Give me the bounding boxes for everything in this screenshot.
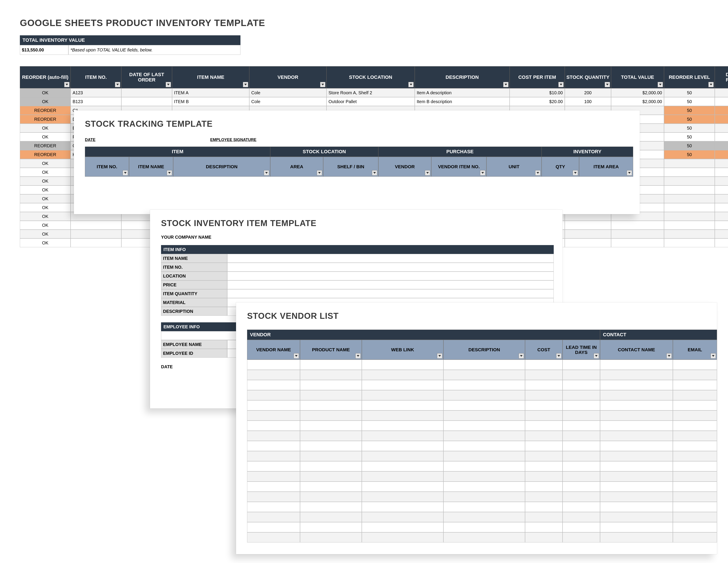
filter-icon[interactable] bbox=[519, 353, 524, 359]
table-cell[interactable] bbox=[525, 451, 563, 461]
table-cell[interactable] bbox=[300, 532, 362, 542]
table-cell[interactable] bbox=[600, 431, 673, 441]
table-cell[interactable] bbox=[300, 421, 362, 431]
table-cell[interactable]: ITEM B bbox=[172, 97, 249, 106]
table-cell[interactable] bbox=[565, 238, 611, 247]
main-col-header[interactable]: DESCRIPTION bbox=[415, 66, 510, 88]
filter-icon[interactable] bbox=[711, 353, 716, 359]
vendor-col-header[interactable]: DESCRIPTION bbox=[443, 340, 525, 360]
table-cell[interactable] bbox=[443, 532, 525, 542]
filter-icon[interactable] bbox=[425, 170, 430, 175]
table-cell[interactable] bbox=[563, 512, 600, 522]
table-cell[interactable]: $2,000.00 bbox=[611, 88, 664, 97]
table-cell[interactable]: 200 bbox=[565, 88, 611, 97]
table-cell[interactable] bbox=[673, 532, 717, 542]
table-cell[interactable] bbox=[664, 212, 715, 221]
table-cell[interactable]: OK bbox=[20, 238, 71, 247]
table-cell[interactable] bbox=[600, 451, 673, 461]
table-cell[interactable] bbox=[121, 97, 172, 106]
table-cell[interactable] bbox=[715, 168, 728, 177]
table-cell[interactable]: Store Room A, Shelf 2 bbox=[326, 88, 415, 97]
table-cell[interactable] bbox=[300, 471, 362, 482]
table-cell[interactable] bbox=[443, 451, 525, 461]
table-cell[interactable] bbox=[600, 390, 673, 400]
table-cell[interactable] bbox=[362, 502, 443, 512]
table-cell[interactable]: Item A description bbox=[415, 88, 510, 97]
table-cell[interactable] bbox=[121, 88, 172, 97]
filter-icon[interactable] bbox=[64, 82, 69, 87]
table-cell[interactable]: REORDER bbox=[20, 106, 71, 115]
table-cell[interactable] bbox=[300, 522, 362, 532]
main-col-header[interactable]: REORDER (auto-fill) bbox=[20, 66, 71, 88]
main-col-header[interactable]: STOCK LOCATION bbox=[326, 66, 415, 88]
table-cell[interactable] bbox=[247, 441, 300, 451]
table-cell[interactable] bbox=[715, 194, 728, 203]
table-cell[interactable]: 30 bbox=[715, 97, 728, 106]
table-cell[interactable] bbox=[715, 177, 728, 185]
table-cell[interactable]: $10.00 bbox=[510, 88, 565, 97]
tracking-col-header[interactable]: ITEM NAME bbox=[129, 157, 173, 177]
table-cell[interactable]: OK bbox=[20, 194, 71, 203]
filter-icon[interactable] bbox=[437, 353, 442, 359]
table-cell[interactable] bbox=[664, 159, 715, 168]
table-cell[interactable] bbox=[247, 532, 300, 542]
filter-icon[interactable] bbox=[317, 170, 322, 175]
table-cell[interactable] bbox=[362, 400, 443, 411]
table-cell[interactable] bbox=[611, 238, 664, 247]
main-col-header[interactable]: DATE OF LAST ORDER bbox=[121, 66, 172, 88]
table-cell[interactable]: REORDER bbox=[20, 150, 71, 159]
table-cell[interactable] bbox=[525, 502, 563, 512]
table-cell[interactable] bbox=[247, 522, 300, 532]
table-cell[interactable]: B123 bbox=[71, 97, 121, 106]
table-cell[interactable] bbox=[300, 482, 362, 492]
table-cell[interactable] bbox=[443, 492, 525, 502]
table-cell[interactable] bbox=[673, 502, 717, 512]
tracking-col-header[interactable]: AREA bbox=[270, 157, 323, 177]
table-cell[interactable] bbox=[715, 238, 728, 247]
table-cell[interactable] bbox=[600, 512, 673, 522]
table-cell[interactable] bbox=[600, 421, 673, 431]
tracking-col-header[interactable]: ITEM AREA bbox=[579, 157, 633, 177]
table-cell[interactable] bbox=[673, 360, 717, 370]
filter-icon[interactable] bbox=[708, 82, 714, 87]
table-cell[interactable] bbox=[664, 194, 715, 203]
filter-icon[interactable] bbox=[115, 82, 120, 87]
table-cell[interactable]: REORDER bbox=[20, 141, 71, 150]
filter-icon[interactable] bbox=[264, 170, 269, 175]
table-cell[interactable]: Cole bbox=[249, 97, 326, 106]
table-cell[interactable] bbox=[600, 411, 673, 421]
table-cell[interactable] bbox=[443, 390, 525, 400]
table-cell[interactable] bbox=[525, 360, 563, 370]
table-cell[interactable] bbox=[673, 411, 717, 421]
table-cell[interactable]: 100 bbox=[565, 97, 611, 106]
table-cell[interactable] bbox=[300, 492, 362, 502]
table-cell[interactable] bbox=[673, 421, 717, 431]
table-cell[interactable] bbox=[525, 370, 563, 380]
vendor-col-header[interactable]: WEB LINK bbox=[362, 340, 443, 360]
tracking-col-header[interactable]: VENDOR bbox=[378, 157, 431, 177]
table-cell[interactable]: OK bbox=[20, 212, 71, 221]
table-cell[interactable]: $2,000.00 bbox=[611, 97, 664, 106]
table-cell[interactable] bbox=[443, 502, 525, 512]
table-cell[interactable] bbox=[300, 370, 362, 380]
table-cell[interactable]: REORDER bbox=[20, 115, 71, 124]
table-cell[interactable]: 2 bbox=[715, 132, 728, 141]
table-cell[interactable] bbox=[525, 461, 563, 471]
table-cell[interactable] bbox=[673, 522, 717, 532]
table-cell[interactable] bbox=[362, 421, 443, 431]
table-cell[interactable] bbox=[443, 482, 525, 492]
table-cell[interactable] bbox=[673, 482, 717, 492]
main-col-header[interactable]: DAYS PER REORDER bbox=[715, 66, 728, 88]
table-cell[interactable] bbox=[247, 492, 300, 502]
table-cell[interactable]: Item B description bbox=[415, 97, 510, 106]
table-cell[interactable] bbox=[563, 370, 600, 380]
table-cell[interactable] bbox=[443, 400, 525, 411]
table-cell[interactable] bbox=[563, 522, 600, 532]
table-cell[interactable] bbox=[300, 461, 362, 471]
table-cell[interactable] bbox=[443, 360, 525, 370]
vendor-col-header[interactable]: PRODUCT NAME bbox=[300, 340, 362, 360]
table-cell[interactable]: $20.00 bbox=[510, 97, 565, 106]
table-cell[interactable]: OK bbox=[20, 159, 71, 168]
filter-icon[interactable] bbox=[372, 170, 377, 175]
main-col-header[interactable]: ITEM NAME bbox=[172, 66, 249, 88]
